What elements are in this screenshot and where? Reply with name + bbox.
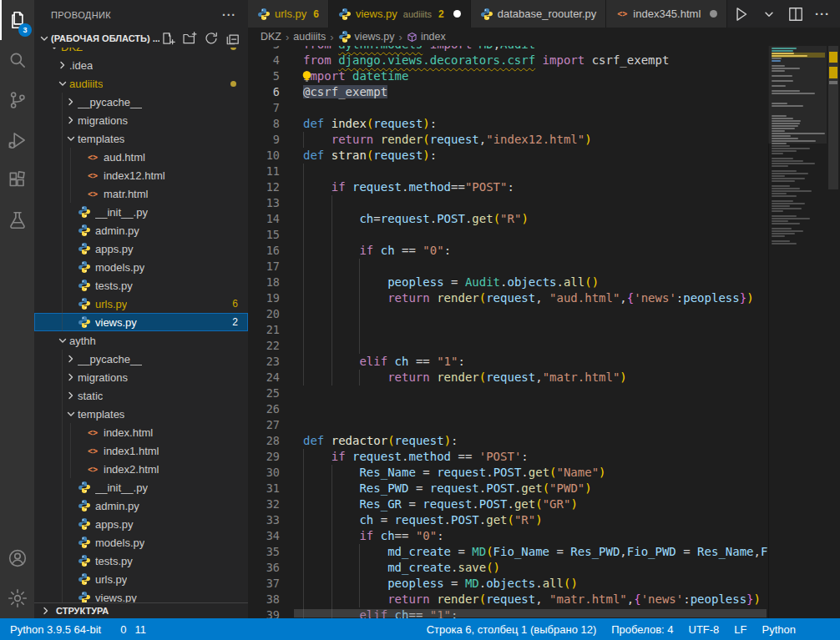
tree-item-migrations[interactable]: migrations: [34, 111, 248, 129]
overview-ruler[interactable]: [827, 46, 840, 618]
code-line[interactable]: 37 peopless = MD.objects.all(): [248, 576, 768, 592]
outline-section-header[interactable]: СТРУКТУРА: [34, 602, 248, 618]
code-line[interactable]: 21: [248, 322, 768, 338]
code-line[interactable]: 34 if ch== "0":: [248, 528, 768, 544]
tree-item-admin.py[interactable]: admin.py: [34, 221, 248, 239]
code-line[interactable]: 28def redactor(request):: [248, 433, 768, 449]
code-line[interactable]: 17: [248, 259, 768, 275]
tree-item-models.py[interactable]: models.py: [34, 258, 248, 276]
tree-item-index2.html[interactable]: <>index2.html: [34, 460, 248, 478]
run-dropdown-button[interactable]: [762, 7, 777, 22]
code-line[interactable]: 15: [248, 227, 768, 243]
lightbulb-icon[interactable]: [301, 70, 313, 87]
tree-item-views.py[interactable]: views.py: [34, 588, 248, 602]
code-line[interactable]: 16 if ch == "0":: [248, 243, 768, 259]
tree-item-static[interactable]: static: [34, 386, 248, 405]
horizontal-scrollbar-thumb[interactable]: [294, 609, 767, 617]
code-line[interactable]: 4from django.views.decorators.csrf impor…: [248, 53, 768, 68]
tree-item-templates[interactable]: templates: [34, 129, 248, 148]
code-line[interactable]: 19 return render(request, "aud.html",{'n…: [248, 290, 768, 306]
activity-settings[interactable]: [0, 578, 34, 618]
code-line[interactable]: 31 Res_PWD = request.POST.get("PWD"): [248, 481, 768, 496]
language-mode-status[interactable]: Python: [755, 623, 803, 636]
activity-account[interactable]: [0, 538, 34, 578]
code-line[interactable]: 12 if request.method=="POST":: [248, 179, 768, 195]
code-line[interactable]: 29 if request.method == 'POST':: [248, 449, 768, 465]
tree-item-DKZ[interactable]: DKZ: [34, 48, 248, 56]
tree-item-index1.html[interactable]: <>index1.html: [34, 441, 248, 460]
new-file-button[interactable]: [159, 30, 176, 47]
code-line[interactable]: 9 return render(request,"index12.html"): [248, 132, 768, 148]
tree-item-urls.py[interactable]: urls.py6: [34, 295, 248, 313]
more-actions-icon[interactable]: ···: [222, 8, 236, 22]
tree-item-index12.html[interactable]: <>index12.html: [34, 166, 248, 184]
tree-item-index.html[interactable]: <>index.html: [34, 423, 248, 441]
code-line[interactable]: 18 peopless = Audit.objects.all(): [248, 275, 768, 290]
minimap[interactable]: [768, 46, 827, 618]
tree-item-views.py[interactable]: views.py2: [34, 313, 248, 331]
code-line[interactable]: 32 Res_GR = request.POST.get("GR"): [248, 496, 768, 512]
tree-item-tests.py[interactable]: tests.py: [34, 552, 248, 570]
breadcrumb-DKZ[interactable]: DKZ: [261, 31, 281, 43]
activity-explorer[interactable]: 3: [0, 0, 34, 40]
tree-item-.idea[interactable]: .idea: [34, 56, 248, 74]
code-line[interactable]: 10def stran(request):: [248, 148, 768, 164]
activity-run-debug[interactable]: [0, 120, 34, 160]
refresh-button[interactable]: [203, 30, 220, 47]
code-line[interactable]: 5import datetime: [248, 68, 768, 84]
code-line[interactable]: 6@csrf_exempt: [248, 84, 768, 100]
tree-item-__pycache__[interactable]: __pycache__: [34, 350, 248, 368]
code-line[interactable]: 26: [248, 401, 768, 417]
code-line[interactable]: 7: [248, 100, 768, 116]
encoding-status[interactable]: UTF-8: [681, 623, 727, 636]
python-interpreter-status[interactable]: Python 3.9.5 64-bit: [0, 618, 109, 640]
code-line[interactable]: 23 elif ch == "1":: [248, 354, 768, 370]
activity-testing[interactable]: [0, 200, 34, 240]
collapse-all-button[interactable]: [225, 30, 241, 47]
tree-item-audiiits[interactable]: audiiits: [34, 74, 248, 93]
tree-item-migrations[interactable]: migrations: [34, 368, 248, 386]
code-line[interactable]: 11: [248, 164, 768, 179]
tree-item-apps.py[interactable]: apps.py: [34, 515, 248, 533]
problems-status[interactable]: 0 11: [109, 618, 154, 640]
tree-item-__pycache__[interactable]: __pycache__: [34, 93, 248, 111]
tree-item-__init__.py[interactable]: __init__.py: [34, 203, 248, 221]
code-line[interactable]: 22: [248, 338, 768, 354]
code-line[interactable]: 38 return render(request, "matr.html",{'…: [248, 592, 768, 607]
tab-database_roouter.py[interactable]: database_roouter.py: [471, 0, 607, 28]
breadcrumb-index[interactable]: index: [407, 31, 446, 43]
code-line[interactable]: 35 md_create = MD(Fio_Name = Res_PWD,Fio…: [248, 544, 768, 560]
tree-item-aythh[interactable]: aythh: [34, 331, 248, 350]
more-actions-button[interactable]: ···: [815, 7, 830, 21]
code-line[interactable]: 3from aythh.models import MD,Audit: [248, 46, 768, 53]
code-editor[interactable]: 3from aythh.models import MD,Audit4from …: [248, 46, 768, 618]
code-line[interactable]: 24 return render(request,"matr.html"): [248, 370, 768, 386]
tree-item-urls.py[interactable]: urls.py: [34, 570, 248, 588]
code-line[interactable]: 14 ch=request.POST.get("R"): [248, 211, 768, 227]
run-button[interactable]: [732, 5, 751, 23]
code-line[interactable]: 27: [248, 417, 768, 433]
code-line[interactable]: 20: [248, 306, 768, 322]
workspace-section-header[interactable]: (РАБОЧАЯ ОБЛАСТЬ) ...: [34, 29, 248, 48]
tree-item-matr.html[interactable]: <>matr.html: [34, 184, 248, 203]
tab-index345.html[interactable]: <>index345.html: [606, 0, 727, 28]
activity-search[interactable]: [0, 40, 34, 80]
code-line[interactable]: 25: [248, 386, 768, 401]
code-line[interactable]: 36 md_create.save(): [248, 560, 768, 576]
eol-status[interactable]: LF: [726, 623, 754, 636]
tree-item-tests.py[interactable]: tests.py: [34, 276, 248, 295]
breadcrumb-views.py[interactable]: views.py: [338, 30, 395, 43]
code-line[interactable]: 13: [248, 195, 768, 211]
tree-item-apps.py[interactable]: apps.py: [34, 239, 248, 258]
tree-item-templates[interactable]: templates: [34, 405, 248, 423]
activity-extensions[interactable]: [0, 160, 34, 200]
tab-views.py[interactable]: views.pyaudiiits2: [329, 0, 471, 28]
code-line[interactable]: 30 Res_Name = request.POST.get("Name"): [248, 465, 768, 481]
tree-item-aud.html[interactable]: <>aud.html: [34, 148, 248, 166]
cursor-position-status[interactable]: Строка 6, столбец 1 (выбрано 12): [419, 623, 605, 636]
tab-urls.py[interactable]: urls.py6: [248, 0, 329, 28]
breadcrumb-audiiits[interactable]: audiiits: [293, 31, 326, 43]
code-line[interactable]: 8def index(request):: [248, 116, 768, 132]
split-editor-button[interactable]: [787, 6, 804, 23]
indentation-status[interactable]: Пробелов: 4: [604, 623, 681, 636]
